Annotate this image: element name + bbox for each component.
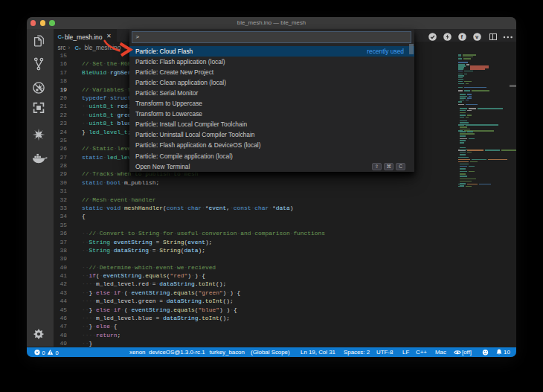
svg-text:0: 0 [56,349,59,356]
svg-text:0: 0 [42,349,45,356]
